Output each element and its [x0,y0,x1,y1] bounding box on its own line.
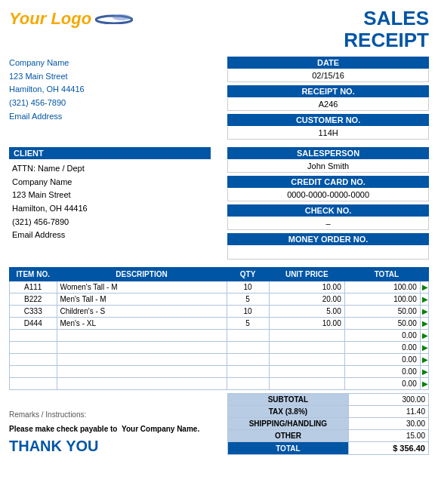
total-cell: 0.00 [344,378,420,390]
total-row: TOTAL $ 356.40 [228,442,429,455]
desc-cell: Women's Tall - M [57,281,227,293]
client-company: Company Name [12,176,208,189]
desc-cell: Men's Tall - M [57,293,227,306]
payable-before: Please make check payable to [9,425,117,433]
desc-cell: Men's - XL [57,318,227,330]
salesperson-name: John Smith [227,160,429,173]
client-email: Email Address [12,229,208,242]
col-unit-price: UNIT PRICE [269,268,344,281]
header-row: Your Logo SALES RECEIPT [9,8,429,51]
money-value [227,246,429,260]
thank-you: THANK YOU [9,438,211,455]
table-row: A111 Women's Tall - M 10 10.00 100.00 ▶ [10,281,429,293]
client-label: CLIENT [9,147,211,159]
total-cell: 0.00 [344,342,420,354]
total-cell: 0.00 [344,330,420,342]
desc-cell [57,354,227,366]
check-label: CHECK NO. [227,204,429,217]
col-total: TOTAL [344,268,428,281]
total-cell: 100.00 [344,293,420,306]
desc-cell [57,366,227,378]
qty-cell [227,342,269,354]
qty-cell: 10 [227,306,269,318]
date-label: DATE [227,57,429,69]
sender-company: Company Name [9,57,211,70]
svg-point-1 [113,14,131,20]
table-row: 0.00 ▶ [10,342,429,354]
qty-cell [227,330,269,342]
sender-phone: (321) 456-7890 [9,97,211,110]
unit-price-cell: 20.00 [269,293,344,306]
total-label: TOTAL [228,442,349,455]
qty-cell: 5 [227,318,269,330]
logo-area: Your Logo [9,8,133,27]
credit-label: CREDIT CARD NO. [227,176,429,188]
customer-label: CUSTOMER NO. [227,114,429,126]
totals-col: SUBTOTAL 300.00 TAX (3.8%) 11.40 SHIPPIN… [227,393,429,455]
tax-value: 11.40 [348,406,428,418]
top-section: Company Name 123 Main Street Hamilton, O… [9,57,429,143]
sender-street: 123 Main Street [9,70,211,84]
sender-email: Email Address [9,110,211,124]
table-row: C333 Children's - S 10 5.00 50.00 ▶ [10,306,429,318]
payable-company: Your Company Name. [122,425,199,433]
item-no-cell: C333 [10,306,57,318]
client-phone: (321) 456-7890 [12,216,208,229]
other-row: OTHER 15.00 [228,430,429,442]
table-row: D444 Men's - XL 5 10.00 50.00 ▶ [10,318,429,330]
qty-cell: 5 [227,293,269,306]
receipt-label: RECEIPT NO. [227,85,429,97]
total-cell: 0.00 [344,354,420,366]
money-label: MONEY ORDER NO. [227,233,429,245]
remarks-col: Remarks / Instructions: Please make chec… [9,410,211,455]
other-value: 15.00 [348,430,428,442]
subtotal-label: SUBTOTAL [228,394,349,406]
col-description: DESCRIPTION [57,268,227,281]
tax-label: TAX (3.8%) [228,406,349,418]
table-row: B222 Men's Tall - M 5 20.00 100.00 ▶ [10,293,429,306]
remarks-label: Remarks / Instructions: [9,410,211,419]
total-cell: 100.00 [344,281,420,293]
item-no-cell: B222 [10,293,57,306]
shipping-label: SHIPPING/HANDLING [228,418,349,430]
unit-price-cell [269,330,344,342]
unit-price-cell: 10.00 [269,281,344,293]
item-no-cell [10,342,57,354]
qty-cell: 10 [227,281,269,293]
credit-value: 0000-0000-0000-0000 [227,189,429,201]
tax-row: TAX (3.8%) 11.40 [228,406,429,418]
qty-cell [227,378,269,390]
client-attn: ATTN: Name / Dept [12,162,208,176]
other-label: OTHER [228,430,349,442]
subtotal-row: SUBTOTAL 300.00 [228,394,429,406]
receipt-value: A246 [227,98,429,111]
desc-cell [57,330,227,342]
shipping-value: 30.00 [348,418,428,430]
item-no-cell [10,366,57,378]
col-qty: QTY [227,268,269,281]
unit-price-cell [269,366,344,378]
unit-price-cell [269,354,344,366]
total-cell: 50.00 [344,306,420,318]
receipt-title: SALES RECEIPT [344,8,429,51]
date-value: 02/15/16 [227,69,429,82]
arrow-icon: ▶ [420,330,428,342]
col-item-no: ITEM NO. [10,268,57,281]
arrow-icon: ▶ [420,318,428,330]
item-no-cell: D444 [10,318,57,330]
desc-cell [57,342,227,354]
salesperson-label: SALESPERSON [227,147,429,159]
subtotal-value: 300.00 [348,394,428,406]
arrow-icon: ▶ [420,306,428,318]
item-no-cell [10,330,57,342]
item-no-cell [10,378,57,390]
payable-text: Please make check payable to Your Compan… [9,425,211,433]
client-section: CLIENT ATTN: Name / Dept Company Name 12… [9,147,211,263]
unit-price-cell: 10.00 [269,318,344,330]
item-no-cell: A111 [10,281,57,293]
salesperson-section: SALESPERSON John Smith CREDIT CARD NO. 0… [227,147,429,263]
table-row: 0.00 ▶ [10,330,429,342]
desc-cell [57,378,227,390]
total-value: $ 356.40 [348,442,428,455]
arrow-icon: ▶ [420,342,428,354]
